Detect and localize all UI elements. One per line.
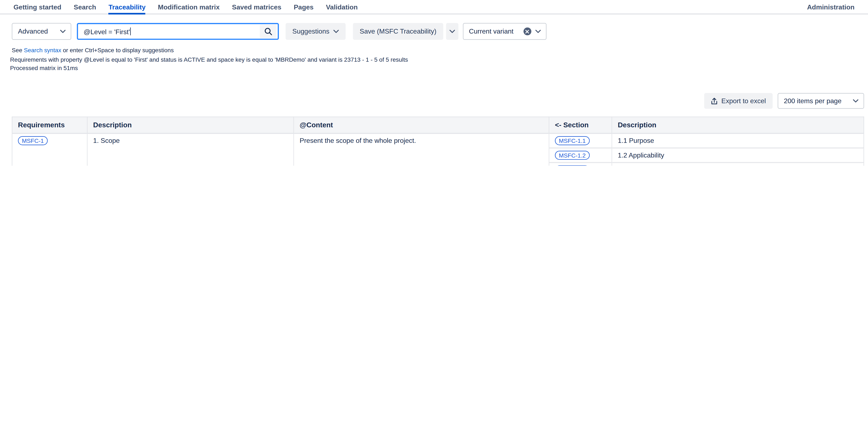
col-description: Description [88,116,294,134]
processed-time: Processed matrix in 51ms [10,64,868,71]
tab-administration[interactable]: Administration [807,2,855,15]
col-content: @Content [294,116,549,134]
search-hint: See Search syntax or enter Ctrl+Space to… [12,46,868,53]
section-pill[interactable]: MSFC-1.3 [555,165,590,166]
search-syntax-link[interactable]: Search syntax [24,46,61,53]
traceability-matrix-table: Requirements Description @Content <- Sec… [12,116,864,166]
tab-validation[interactable]: Validation [326,2,358,15]
tab-pages[interactable]: Pages [294,2,313,15]
table-actions: Export to excel 200 items per page [0,93,864,109]
table-header-row: Requirements Description @Content <- Sec… [12,116,864,134]
save-button[interactable]: Save (MSFC Traceability) [353,23,443,40]
tab-getting-started[interactable]: Getting started [13,2,61,15]
top-navigation: Getting started Search Traceability Modi… [0,0,868,14]
tab-traceability[interactable]: Traceability [108,2,146,15]
section-pill[interactable]: MSFC-1.2 [555,151,590,160]
variant-select[interactable]: Current variant [463,23,546,40]
clear-variant-icon[interactable] [523,28,531,35]
col-section: <- Section [549,116,612,134]
tab-search[interactable]: Search [74,2,96,15]
chevron-down-icon [449,30,455,33]
tab-modification-matrix[interactable]: Modification matrix [158,2,220,15]
text-caret [130,27,131,35]
save-dropdown-button[interactable] [446,23,458,40]
search-mode-value: Advanced [18,28,48,35]
section-description: 1.1 Purpose [612,134,864,148]
chevron-down-icon [535,30,541,33]
chevron-down-icon [853,99,859,103]
tab-saved-matrices[interactable]: Saved matrices [232,2,281,15]
app-window: Getting started Search Traceability Modi… [0,0,868,166]
search-input[interactable]: @Level = 'First' [77,23,279,40]
items-per-page-select[interactable]: 200 items per page [778,93,864,109]
search-mode-select[interactable]: Advanced [12,23,71,40]
result-summary: Requirements with property @Level is equ… [10,56,868,63]
col-section-description: Description [612,116,864,134]
section-description: 1.2 Applicability [612,148,864,163]
suggestions-button[interactable]: Suggestions [285,23,346,40]
search-icon[interactable] [260,25,277,38]
col-requirements: Requirements [12,116,88,134]
chevron-down-icon [60,30,66,33]
query-toolbar: Advanced @Level = 'First' Suggestions Sa… [12,23,868,40]
requirement-pill[interactable]: MSFC-1 [18,136,48,145]
section-pill[interactable]: MSFC-1.1 [555,136,590,145]
variant-value: Current variant [469,28,520,35]
requirement-description: 1. Scope [88,134,294,166]
search-input-value: @Level = 'First' [84,28,130,35]
export-excel-button[interactable]: Export to excel [704,93,773,109]
export-icon [711,97,717,105]
table-row: MSFC-1 1. Scope Present the scope of the… [12,134,864,148]
section-description: 1.3 Tailoring [612,163,864,166]
chevron-down-icon [333,30,339,33]
requirement-content: Present the scope of the whole project. [294,134,549,166]
items-per-page-value: 200 items per page [784,97,841,105]
